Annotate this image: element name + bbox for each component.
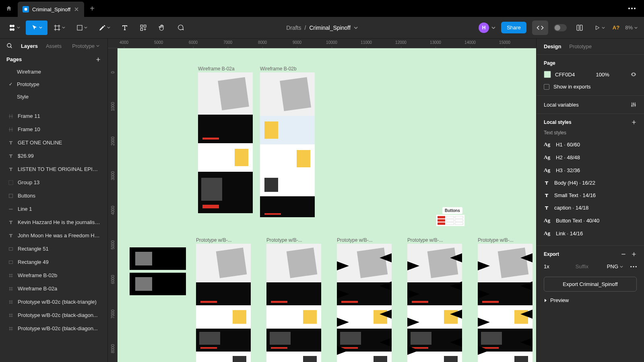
show-in-exports-checkbox[interactable] <box>544 84 549 90</box>
page-item[interactable]: Prototype <box>0 78 107 90</box>
breadcrumb-project[interactable]: Criminal_Spinoff <box>309 25 350 31</box>
design-tab[interactable]: Design <box>544 43 561 49</box>
file-tab[interactable]: Criminal_Spinoff <box>18 2 84 17</box>
frame-label[interactable]: Prototype w/B-... <box>196 237 232 243</box>
layer-item[interactable]: LISTEN TO THE ORIGINAL EPISO... <box>0 162 107 176</box>
frame-label[interactable]: Prototype w/B-... <box>478 237 514 243</box>
frame-small-1[interactable] <box>130 247 186 270</box>
comment-tool[interactable] <box>171 21 189 35</box>
remove-export-icon[interactable] <box>621 251 626 257</box>
main-menu-button[interactable] <box>624 0 640 17</box>
frame-label-buttons[interactable]: Buttons <box>442 207 462 214</box>
prototype-tab-left[interactable]: Prototype <box>72 43 99 49</box>
frame-prototype[interactable] <box>337 244 392 362</box>
layer-item[interactable]: $26.99 <box>0 149 107 162</box>
frame-prototype[interactable] <box>478 244 533 362</box>
present-button[interactable] <box>592 21 607 35</box>
layer-item[interactable]: Prototype w/B-02c (black-diagon... <box>0 309 107 322</box>
layer-item[interactable]: Rectangle 49 <box>0 255 107 269</box>
local-variables-section[interactable]: Local variables <box>537 96 644 114</box>
layer-item[interactable]: GET ONE ONLINE <box>0 136 107 149</box>
frame-label[interactable]: Prototype w/B-... <box>266 237 302 243</box>
layer-item[interactable]: Prototype w/B-02c (black-diagon... <box>0 322 107 335</box>
layer-item[interactable]: Prototype w/B-02c (black-triangle) <box>0 295 107 309</box>
text-tool[interactable] <box>116 21 134 35</box>
pages-header[interactable]: Pages <box>0 53 107 66</box>
add-page-icon[interactable] <box>95 57 101 62</box>
frame-label[interactable]: Prototype w/B-... <box>407 237 443 243</box>
export-format-select[interactable]: PNG <box>604 262 626 271</box>
settings-icon[interactable] <box>630 101 637 108</box>
dev-mode-button[interactable] <box>532 21 548 35</box>
zoom-control[interactable]: 8% <box>625 25 641 31</box>
resources-tool[interactable] <box>134 21 152 35</box>
frame-prototype[interactable] <box>196 244 251 362</box>
export-more-icon[interactable] <box>630 266 637 267</box>
breadcrumb-location[interactable]: Drafts <box>286 25 301 31</box>
page-bg-hex[interactable]: CFF0D4 <box>555 72 575 78</box>
layer-item[interactable]: John Moon He was a Freedom Ho... <box>0 229 107 242</box>
show-in-exports-row[interactable]: Show in exports <box>544 84 637 90</box>
frame-small-2[interactable] <box>130 273 186 295</box>
preview-toggle[interactable]: Preview <box>544 297 637 303</box>
home-button[interactable] <box>0 0 18 17</box>
frame-wireframe-b[interactable] <box>260 72 315 217</box>
page-bg-swatch[interactable] <box>544 71 551 78</box>
share-button[interactable]: Share <box>501 22 526 33</box>
layer-item[interactable]: Buttons <box>0 189 107 202</box>
shape-tool[interactable] <box>71 21 93 35</box>
new-tab-button[interactable]: + <box>84 0 100 17</box>
hand-tool[interactable] <box>153 21 171 35</box>
frame-wireframe-a[interactable] <box>198 72 253 213</box>
layers-tab[interactable]: Layers <box>21 43 38 49</box>
close-tab-icon[interactable] <box>74 6 79 12</box>
move-tool[interactable] <box>26 21 47 35</box>
page-bg-row[interactable]: CFF0D4 100% <box>544 71 637 78</box>
layer-item[interactable]: Wireframe B-02a <box>0 282 107 295</box>
text-style-item[interactable]: AgButton Text · 40/40 <box>544 214 637 227</box>
layer-item[interactable]: Line 1 <box>0 202 107 216</box>
text-style-item[interactable]: AgH2 · 48/48 <box>544 151 637 164</box>
layer-item[interactable]: Frame 10 <box>0 123 107 136</box>
main-menu-tool[interactable] <box>3 21 25 35</box>
text-style-item[interactable]: AgLink · 14/16 <box>544 227 637 240</box>
text-style-item[interactable]: AgH1 · 60/60 <box>544 138 637 151</box>
prototype-tab-right[interactable]: Prototype <box>569 43 592 49</box>
frame-label[interactable]: Wireframe B-02a <box>198 66 235 72</box>
layer-item[interactable]: Group 13 <box>0 176 107 189</box>
add-style-icon[interactable] <box>631 119 637 125</box>
frame-prototype[interactable] <box>266 244 321 362</box>
canvas[interactable]: Wireframe B-02a Wireframe B-02b Buttons … <box>108 39 536 362</box>
missing-fonts-button[interactable]: A? <box>613 25 619 31</box>
add-export-icon[interactable] <box>631 251 637 257</box>
export-button[interactable]: Export Criminal_Spinoff <box>544 277 637 292</box>
dev-mode-toggle[interactable] <box>554 24 567 31</box>
layer-item[interactable]: Wireframe B-02b <box>0 269 107 282</box>
chevron-down-icon[interactable] <box>354 27 358 29</box>
user-menu[interactable]: H <box>479 23 495 33</box>
frame-label[interactable]: Prototype w/B-... <box>337 237 373 243</box>
frame-tool[interactable] <box>48 21 70 35</box>
pen-tool[interactable] <box>93 21 115 35</box>
assets-tab[interactable]: Assets <box>46 43 62 49</box>
search-icon[interactable] <box>6 43 13 49</box>
export-scale[interactable]: 1x <box>544 263 549 269</box>
export-suffix-input[interactable] <box>576 263 600 269</box>
page-bg-opacity[interactable]: 100% <box>596 72 609 78</box>
layer-item[interactable]: Rectangle 51 <box>0 242 107 255</box>
page-item[interactable]: Style <box>0 90 107 103</box>
page-item[interactable]: Wireframe <box>0 66 107 78</box>
frame-label[interactable]: Wireframe B-02b <box>260 66 297 72</box>
frame-buttons[interactable] <box>436 215 464 226</box>
text-style-item[interactable]: caption · 14/18 <box>544 202 637 214</box>
library-button[interactable] <box>572 21 587 35</box>
layer-item[interactable]: Kevin Hazzard He is the journalist ... <box>0 216 107 229</box>
layer-item[interactable]: Frame 11 <box>0 109 107 123</box>
svg-rect-4 <box>77 25 82 30</box>
svg-point-18 <box>636 266 637 267</box>
text-style-item[interactable]: Body (H4) · 16/22 <box>544 177 637 189</box>
visibility-icon[interactable] <box>630 71 637 78</box>
text-style-item[interactable]: AgH3 · 32/36 <box>544 164 637 177</box>
frame-prototype[interactable] <box>407 244 462 362</box>
text-style-item[interactable]: Small Text · 14/16 <box>544 189 637 202</box>
